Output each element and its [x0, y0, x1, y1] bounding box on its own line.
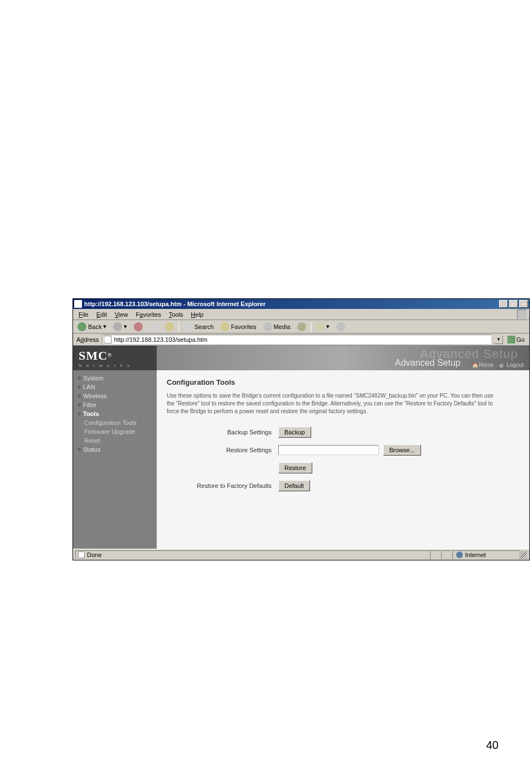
- address-dropdown-icon[interactable]: ▼: [494, 335, 503, 344]
- media-button[interactable]: Media: [261, 322, 293, 331]
- refresh-button[interactable]: [147, 322, 161, 331]
- refresh-icon: [149, 322, 158, 331]
- history-icon: [297, 322, 306, 331]
- main-content: Configuration Tools Use these options to…: [157, 370, 529, 549]
- back-dropdown-icon[interactable]: ▾: [103, 323, 107, 330]
- sidebar-item-lan[interactable]: LAN: [73, 383, 157, 391]
- search-icon: [183, 322, 192, 331]
- menu-favorites[interactable]: Favorites: [132, 310, 164, 319]
- go-button[interactable]: Go: [505, 336, 527, 344]
- go-label: Go: [516, 336, 525, 343]
- logo-subtext: N e t w o r k s: [79, 363, 157, 368]
- menu-file[interactable]: File: [75, 310, 92, 319]
- window-title: http://192.168.123.103/setupa.htm - Micr…: [84, 301, 265, 307]
- home-small-icon: 🏠: [472, 362, 477, 368]
- stop-icon: [134, 322, 143, 331]
- favorites-button[interactable]: Favorites: [218, 322, 258, 331]
- defaults-label: Restore to Factory Defaults: [167, 482, 278, 489]
- bullet-icon: [78, 385, 81, 389]
- address-input[interactable]: http://192.168.123.103/setupa.htm: [102, 335, 492, 345]
- backup-button[interactable]: Backup: [278, 427, 311, 438]
- mail-icon: [316, 322, 325, 331]
- menu-tools[interactable]: Tools: [166, 310, 187, 319]
- backup-label: Backup Settings: [167, 429, 278, 436]
- addressbar: Address http://192.168.123.103/setupa.ht…: [73, 333, 529, 346]
- toolbar-separator: [178, 322, 179, 332]
- sidebar-item-system[interactable]: System: [73, 374, 157, 383]
- resize-grip[interactable]: [519, 551, 527, 559]
- restore-button[interactable]: Restore: [278, 462, 312, 473]
- default-button[interactable]: Default: [278, 480, 310, 491]
- banner-right: Advanced Setup Advanced Setup 🏠 Home ⊗ L…: [157, 346, 529, 370]
- bullet-icon: [78, 403, 81, 407]
- ie-app-icon: [74, 300, 82, 308]
- content-heading: Configuration Tools: [167, 378, 519, 386]
- toolbar-separator: [311, 322, 311, 332]
- favorites-label: Favorites: [231, 323, 256, 330]
- menu-edit[interactable]: Edit: [93, 310, 110, 319]
- bullet-icon: [78, 394, 81, 398]
- browse-button[interactable]: Browse...: [383, 444, 421, 456]
- mail-button[interactable]: ▾: [313, 322, 332, 331]
- bullet-icon: [78, 376, 81, 380]
- stop-button[interactable]: [132, 322, 145, 331]
- maximize-button[interactable]: □: [509, 300, 518, 308]
- ie-throbber-icon: [517, 309, 527, 320]
- media-icon: [263, 322, 272, 331]
- page-content: SMC® N e t w o r k s Advanced Setup Adva…: [73, 346, 529, 549]
- home-button[interactable]: [163, 322, 176, 331]
- sidebar: System LAN Wireless Filter Tools Configu…: [73, 370, 157, 549]
- content-description: Use these options to save the Bridge's c…: [167, 392, 501, 415]
- titlebar: http://192.168.123.103/setupa.htm - Micr…: [73, 299, 529, 309]
- print-button[interactable]: [334, 322, 347, 331]
- page-number: 40: [486, 739, 499, 752]
- print-icon: [336, 322, 345, 331]
- logo-reg: ®: [108, 352, 112, 358]
- done-icon: [78, 552, 85, 558]
- back-arrow-icon: [78, 322, 86, 331]
- history-button[interactable]: [295, 322, 308, 331]
- home-link-label: Home: [479, 362, 494, 368]
- page-icon: [104, 336, 112, 344]
- close-button[interactable]: ×: [519, 300, 528, 308]
- toolbar: Back ▾ ▾ Search Favorites Media ▾: [73, 320, 529, 333]
- minimize-button[interactable]: _: [499, 300, 508, 308]
- restore-file-input[interactable]: [278, 445, 379, 455]
- sidebar-item-status[interactable]: Status: [73, 445, 157, 454]
- menu-view[interactable]: View: [112, 310, 132, 319]
- search-button[interactable]: Search: [181, 322, 216, 331]
- forward-button[interactable]: ▾: [111, 322, 129, 331]
- menubar: File Edit View Favorites Tools Help: [73, 309, 529, 320]
- mail-dropdown-icon[interactable]: ▾: [326, 323, 330, 330]
- search-label: Search: [194, 323, 214, 330]
- sidebar-sub-reset[interactable]: Reset: [73, 436, 157, 445]
- back-button[interactable]: Back ▾: [75, 322, 109, 331]
- logo-text: SMC: [79, 349, 108, 362]
- sidebar-item-tools[interactable]: Tools: [73, 409, 157, 418]
- sidebar-item-filter[interactable]: Filter: [73, 400, 157, 409]
- internet-zone-icon: [456, 552, 463, 558]
- banner: SMC® N e t w o r k s Advanced Setup Adva…: [73, 346, 529, 370]
- status-message-pane: Done: [75, 550, 430, 559]
- home-icon: [165, 322, 174, 331]
- go-icon: [507, 336, 515, 344]
- sidebar-item-wireless[interactable]: Wireless: [73, 391, 157, 400]
- security-zone-pane: Internet: [452, 550, 519, 559]
- menu-help[interactable]: Help: [187, 310, 207, 319]
- restore-label: Restore Settings: [167, 447, 278, 453]
- address-label: Address: [75, 336, 100, 343]
- forward-dropdown-icon[interactable]: ▾: [124, 323, 127, 330]
- bullet-icon: [78, 412, 81, 415]
- status-pane: [441, 550, 451, 559]
- browser-window: http://192.168.123.103/setupa.htm - Micr…: [72, 298, 530, 560]
- back-label: Back: [88, 323, 101, 330]
- zone-text: Internet: [465, 552, 486, 558]
- address-url: http://192.168.123.103/setupa.htm: [114, 336, 207, 343]
- sidebar-sub-config-tools[interactable]: Configuration Tools: [73, 418, 157, 427]
- logout-link[interactable]: ⊗ Logout: [499, 362, 524, 368]
- banner-ghost-text: Advanced Setup: [420, 347, 518, 361]
- sidebar-sub-firmware[interactable]: Firmware Upgrade: [73, 427, 157, 436]
- logout-icon: ⊗: [499, 362, 505, 368]
- forward-arrow-icon: [113, 322, 122, 331]
- home-link[interactable]: 🏠 Home: [472, 362, 494, 368]
